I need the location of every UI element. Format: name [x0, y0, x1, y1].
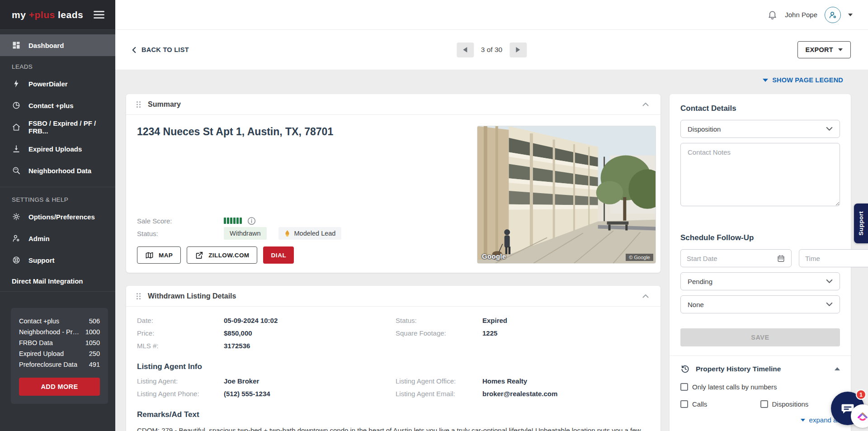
dial-button[interactable]: DIAL: [263, 246, 294, 264]
calls-label: Calls: [692, 400, 707, 408]
field-value: Joe Broker: [224, 377, 259, 385]
sidebar-section-settings: SETTINGS & HELP: [0, 189, 115, 206]
dial-label: DIAL: [271, 252, 286, 259]
map-button[interactable]: MAP: [137, 246, 181, 264]
drag-handle-icon[interactable]: [136, 293, 141, 300]
drag-handle-icon[interactable]: [136, 101, 141, 108]
followup-status-select[interactable]: Pending: [680, 272, 840, 290]
sidebar-item-label: Options/Preferences: [28, 213, 95, 221]
status-badge: Withdrawn: [224, 227, 267, 240]
history-icon: [680, 364, 690, 374]
summary-card: Summary 1234 Nueces St Apt 1, Austin, TX…: [126, 94, 660, 273]
prev-record-button[interactable]: [457, 43, 474, 57]
support-tab[interactable]: Support: [854, 204, 868, 243]
sidebar-item-expired-uploads[interactable]: Expired Uploads: [0, 138, 115, 160]
field-value: $850,000: [224, 329, 252, 337]
sidebar-item-admin[interactable]: Admin: [0, 227, 115, 249]
add-more-button[interactable]: ADD MORE: [19, 378, 100, 396]
sidebar-item-fsbo-expired[interactable]: FSBO / Expired / PF / FRB...: [0, 116, 115, 138]
content-columns: Summary 1234 Nueces St Apt 1, Austin, TX…: [126, 94, 851, 431]
contact-notes-input[interactable]: [680, 143, 840, 206]
stat-label: Preforeclosure Data: [19, 359, 77, 370]
sidebar-item-options-preferences[interactable]: Options/Preferences: [0, 206, 115, 227]
admin-user-icon: [12, 234, 21, 243]
arrow-left-icon: [463, 47, 467, 52]
field-label: MLS #:: [137, 342, 224, 350]
save-button[interactable]: SAVE: [680, 328, 840, 346]
modeled-lead-label: Modeled Lead: [294, 230, 336, 237]
sidebar-nav: Dashboard LEADS PowerDialer Contact +plu…: [0, 30, 115, 291]
chat-button[interactable]: 1: [831, 392, 864, 425]
left-column: Summary 1234 Nueces St Apt 1, Austin, TX…: [126, 94, 660, 431]
dispositions-checkbox[interactable]: [760, 400, 768, 408]
back-to-list-label: BACK TO LIST: [142, 46, 189, 53]
info-icon[interactable]: [247, 217, 256, 225]
expand-caret-icon: [801, 419, 805, 422]
sidebar-item-label: Neighborhood Data: [28, 167, 91, 175]
sidebar-item-label: Dashboard: [28, 42, 64, 49]
timeline-collapse-icon[interactable]: [835, 367, 840, 370]
agent-fields: Listing Agent:Joe Broker Listing Agent P…: [137, 377, 650, 403]
start-date-input[interactable]: [687, 255, 777, 262]
summary-left: 1234 Nueces St Apt 1, Austin, TX, 78701 …: [137, 126, 477, 264]
next-record-button[interactable]: [509, 43, 527, 57]
sidebar-item-support[interactable]: Support: [0, 249, 115, 271]
stat-value: 491: [89, 359, 100, 370]
gear-icon: [12, 212, 21, 221]
followup-type-select[interactable]: None: [680, 295, 840, 313]
calendar-icon[interactable]: [777, 254, 785, 263]
listing-details-body: Date:05-09-2024 10:02 Price:$850,000 MLS…: [126, 307, 660, 431]
status-row: Status: Withdrawn Modeled Lead: [137, 227, 462, 240]
brand-my: my: [12, 9, 26, 20]
user-menu-caret-icon[interactable]: [848, 14, 853, 16]
stat-row: Preforeclosure Data491: [19, 359, 100, 370]
field-row: Price:$850,000: [137, 329, 396, 340]
field-label: Date:: [137, 317, 224, 324]
start-date-field[interactable]: [680, 249, 792, 267]
sidebar-item-dashboard[interactable]: Dashboard: [0, 34, 115, 56]
menu-toggle-icon[interactable]: [94, 9, 104, 21]
sidebar-item-label: Support: [28, 256, 55, 264]
export-button[interactable]: EXPORT: [797, 41, 851, 58]
listing-agent-heading: Listing Agent Info: [137, 362, 650, 371]
sidebar-item-label: Direct Mail Integration: [12, 277, 83, 285]
agent-fields-left: Listing Agent:Joe Broker Listing Agent P…: [137, 377, 396, 403]
dispositions-checkbox-row: Dispositions: [760, 400, 809, 408]
clickup-logo[interactable]: [851, 404, 868, 428]
calls-checkbox[interactable]: [680, 400, 688, 408]
field-value: 05-09-2024 10:02: [224, 317, 278, 324]
time-input[interactable]: [805, 255, 868, 262]
sidebar-item-powerdialer[interactable]: PowerDialer: [0, 73, 115, 95]
sidebar-item-neighborhood-data[interactable]: Neighborhood Data: [0, 160, 115, 181]
back-to-list-button[interactable]: BACK TO LIST: [132, 46, 189, 53]
topbar: John Pope: [115, 0, 868, 30]
map-label: MAP: [159, 252, 173, 259]
date-time-row: [680, 249, 840, 267]
sidebar-item-label: Admin: [28, 235, 50, 242]
summary-collapse-button[interactable]: [641, 100, 651, 108]
stat-label: FRBO Data: [19, 337, 53, 348]
street-view-photo[interactable]: Google © Google: [477, 126, 656, 264]
sidebar-divider: [0, 291, 115, 292]
show-page-legend-link[interactable]: SHOW PAGE LEGEND: [763, 76, 843, 84]
stat-label: Neighborhood - Pre...: [19, 327, 81, 337]
remarks-text: CDOM: 279 - Beautiful, spacious two-bed …: [137, 425, 650, 431]
bell-icon[interactable]: [767, 9, 778, 20]
latest-calls-checkbox[interactable]: [680, 383, 688, 391]
stat-row: Neighborhood - Pre...1000: [19, 327, 100, 337]
listing-details-collapse-button[interactable]: [641, 292, 651, 300]
chat-widget: 1: [831, 392, 864, 425]
sidebar-section-leads: LEADS: [0, 56, 115, 73]
sidebar-item-direct-mail[interactable]: Direct Mail Integration: [0, 271, 115, 291]
zillow-button[interactable]: ZILLOW.COM: [187, 246, 257, 264]
stat-value: 506: [89, 316, 100, 327]
stat-label: Expired Upload: [19, 348, 64, 359]
sidebar-item-contact-plus[interactable]: Contact +plus: [0, 95, 115, 116]
right-column: Contact Details Disposition Schedule Fol…: [670, 94, 851, 431]
disposition-select[interactable]: Disposition: [680, 120, 840, 138]
field-value: broker@realestate.com: [482, 390, 557, 398]
time-field[interactable]: [799, 249, 868, 267]
app-root: my +plus leads Dashboard LEADS PowerDial…: [0, 0, 868, 431]
avatar[interactable]: [825, 7, 841, 23]
brand-logo[interactable]: my +plus leads: [12, 9, 83, 20]
